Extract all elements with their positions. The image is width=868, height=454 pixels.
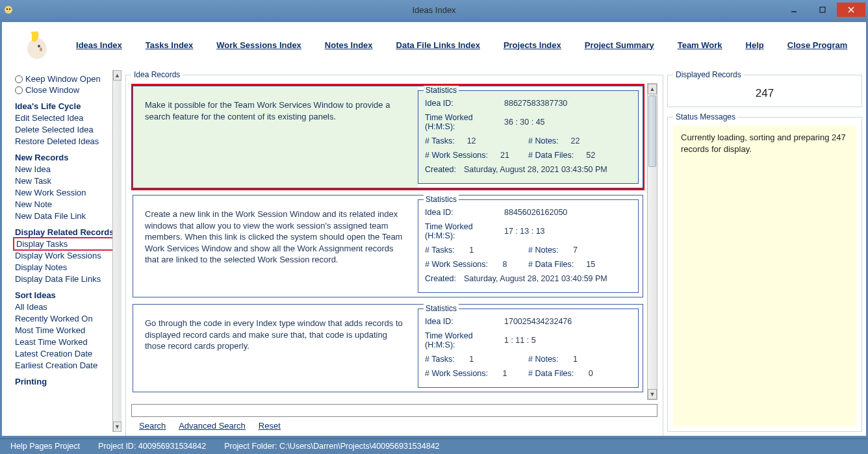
idea-text: Make it possible for the Team Work Servi… bbox=[133, 86, 418, 188]
close-window-label: Close Window bbox=[25, 85, 79, 95]
notes-count: 1 bbox=[565, 355, 586, 364]
menu-item[interactable]: Notes Index bbox=[325, 40, 373, 50]
scroll-up-icon[interactable]: ▲ bbox=[648, 84, 657, 94]
idea-card[interactable]: Go through the code in every Index type … bbox=[133, 304, 643, 392]
idea-card[interactable]: Create a new link in the Work Session Wi… bbox=[133, 195, 643, 297]
minimize-button[interactable] bbox=[780, 3, 808, 17]
sidebar-link[interactable]: New Idea bbox=[15, 164, 119, 174]
menu-item[interactable]: Ideas Index bbox=[76, 40, 122, 50]
work-sessions-count: 21 bbox=[494, 151, 515, 160]
tasks-count: 1 bbox=[461, 355, 482, 364]
displayed-records-group: Displayed Records 247 bbox=[667, 70, 862, 107]
scrollbar-thumb[interactable] bbox=[648, 95, 656, 167]
time-worked-value: 1 : 11 : 5 bbox=[504, 336, 536, 345]
notes-count: 22 bbox=[565, 136, 586, 145]
data-files-count: 52 bbox=[580, 151, 601, 160]
sidebar-link[interactable]: Most Time Worked bbox=[15, 325, 119, 335]
menu-item[interactable]: Close Program bbox=[787, 40, 847, 50]
notes-count: 7 bbox=[565, 246, 586, 255]
sidebar-link[interactable]: New Note bbox=[15, 199, 119, 209]
svg-rect-4 bbox=[820, 7, 825, 12]
sidebar-link[interactable]: Least Time Worked bbox=[15, 337, 119, 347]
status-messages-legend: Status Messages bbox=[673, 112, 738, 121]
sidebar-link[interactable]: All Ideas bbox=[15, 302, 119, 312]
created-value: Saturday, August 28, 2021 03:43:50 PM bbox=[464, 165, 607, 174]
window-title: Ideas Index bbox=[412, 5, 455, 15]
keep-window-open-label: Keep Window Open bbox=[25, 74, 101, 84]
work-sessions-count: 1 bbox=[494, 369, 515, 378]
maximize-button[interactable] bbox=[808, 3, 837, 17]
menu-item[interactable]: Project Summary bbox=[585, 40, 654, 50]
data-files-count: 15 bbox=[580, 260, 601, 269]
tasks-count: 1 bbox=[461, 246, 482, 255]
displayed-records-count: 247 bbox=[673, 83, 856, 101]
sidebar-link[interactable]: Edit Selected Idea bbox=[15, 113, 119, 123]
logo-icon bbox=[15, 29, 54, 61]
idea-records-group: Idea Records Make it possible for the Te… bbox=[125, 70, 663, 436]
sidebar-link[interactable]: New Task bbox=[15, 176, 119, 186]
svg-point-2 bbox=[9, 8, 10, 10]
statistics-box: StatisticsIdea ID:170025434232476Time Wo… bbox=[418, 309, 639, 388]
footer-project-id: Project ID: 400956931534842 bbox=[98, 442, 206, 451]
sidebar-link[interactable]: Earliest Creation Date bbox=[15, 360, 119, 370]
close-window-radio[interactable]: Close Window bbox=[15, 85, 119, 95]
ideas-list: Make it possible for the Team Work Servi… bbox=[131, 83, 645, 400]
svg-point-1 bbox=[6, 8, 8, 10]
idea-card[interactable]: Make it possible for the Team Work Servi… bbox=[133, 86, 643, 188]
sidebar-heading: Printing bbox=[15, 377, 119, 386]
scroll-down-icon[interactable]: ▼ bbox=[113, 422, 121, 432]
statistics-box: StatisticsIdea ID:88627583387730Time Wor… bbox=[418, 90, 639, 184]
statistics-title: Statistics bbox=[424, 86, 459, 95]
sidebar-heading: Sort Ideas bbox=[15, 290, 119, 300]
idea-records-legend: Idea Records bbox=[131, 70, 183, 79]
status-bar: Help Pages Project Project ID: 400956931… bbox=[0, 438, 868, 453]
menu-item[interactable]: Work Sessions Index bbox=[216, 40, 301, 50]
sidebar-link[interactable]: Display Work Sessions bbox=[15, 251, 119, 260]
status-messages-content: Currently loading, sorting and preparing… bbox=[673, 125, 856, 426]
reset-link[interactable]: Reset bbox=[259, 421, 281, 431]
sidebar-heading: New Records bbox=[15, 153, 119, 162]
idea-id-value: 170025434232476 bbox=[504, 317, 572, 326]
statistics-box: StatisticsIdea ID:88456026162050Time Wor… bbox=[418, 199, 639, 293]
work-sessions-count: 8 bbox=[494, 260, 515, 269]
records-scrollbar[interactable]: ▲ ▼ bbox=[647, 83, 657, 400]
scroll-up-icon[interactable]: ▲ bbox=[113, 70, 121, 81]
idea-id-value: 88456026162050 bbox=[504, 208, 567, 217]
sidebar-heading: Display Related Records bbox=[15, 227, 119, 237]
sidebar-link[interactable]: Recently Worked On bbox=[15, 314, 119, 323]
idea-id-value: 88627583387730 bbox=[504, 99, 567, 108]
svg-point-8 bbox=[38, 45, 40, 47]
displayed-records-legend: Displayed Records bbox=[673, 70, 744, 79]
svg-point-0 bbox=[5, 6, 12, 14]
sidebar-link[interactable]: Restore Deleted Ideas bbox=[15, 136, 119, 146]
sidebar-link[interactable]: Display Data File Links bbox=[15, 274, 119, 284]
sidebar: Keep Window Open Close Window Idea's Lif… bbox=[6, 70, 121, 432]
search-link[interactable]: Search bbox=[139, 421, 166, 431]
sidebar-link[interactable]: Delete Selected Idea bbox=[15, 125, 119, 134]
created-value: Saturday, August 28, 2021 03:40:59 PM bbox=[464, 274, 607, 283]
app-icon bbox=[3, 4, 14, 16]
idea-text: Create a new link in the Work Session Wi… bbox=[133, 195, 418, 297]
menu-item[interactable]: Tasks Index bbox=[146, 40, 193, 50]
search-input[interactable] bbox=[131, 404, 657, 417]
footer-project-name: Help Pages Project bbox=[10, 442, 80, 451]
sidebar-link[interactable]: Display Notes bbox=[15, 262, 119, 272]
sidebar-scrollbar[interactable]: ▲ ▼ bbox=[112, 70, 121, 432]
keep-window-open-radio[interactable]: Keep Window Open bbox=[15, 74, 119, 84]
idea-text: Go through the code in every Index type … bbox=[133, 305, 418, 392]
statistics-title: Statistics bbox=[424, 304, 459, 313]
close-button[interactable] bbox=[837, 3, 865, 17]
sidebar-link[interactable]: New Work Session bbox=[15, 188, 119, 197]
advanced-search-link[interactable]: Advanced Search bbox=[179, 421, 246, 431]
statistics-title: Statistics bbox=[424, 195, 459, 204]
menubar: Ideas IndexTasks IndexWork Sessions Inde… bbox=[76, 40, 847, 50]
footer-project-folder: Project Folder: C:\Users\Darren\Projects… bbox=[224, 442, 439, 451]
sidebar-link[interactable]: New Data File Link bbox=[15, 211, 119, 221]
scroll-down-icon[interactable]: ▼ bbox=[648, 389, 657, 399]
menu-item[interactable]: Projects Index bbox=[504, 40, 561, 50]
sidebar-link[interactable]: Display Tasks bbox=[15, 239, 119, 249]
menu-item[interactable]: Help bbox=[746, 40, 764, 50]
sidebar-link[interactable]: Latest Creation Date bbox=[15, 349, 119, 359]
menu-item[interactable]: Team Work bbox=[678, 40, 722, 50]
menu-item[interactable]: Data File Links Index bbox=[396, 40, 480, 50]
